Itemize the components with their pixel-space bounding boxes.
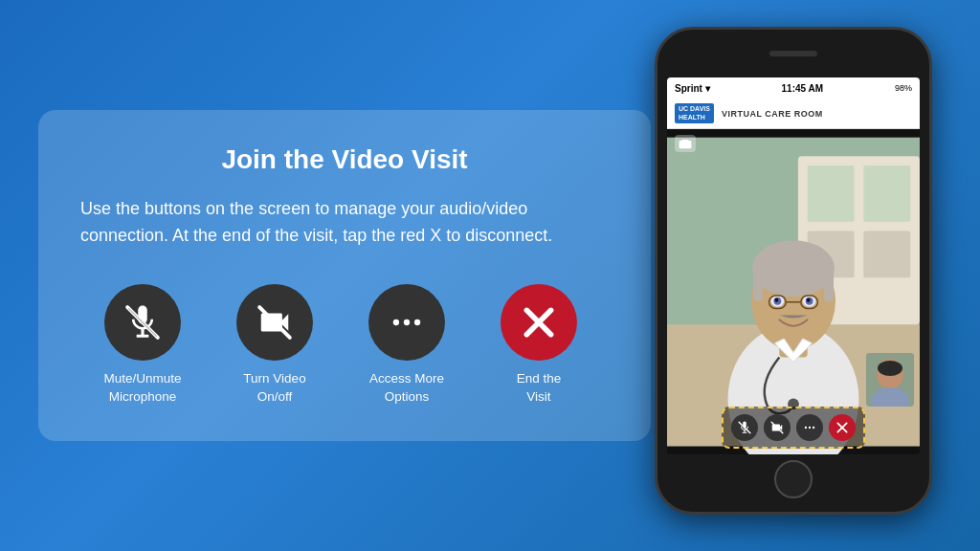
carrier-text: Sprint ▾: [675, 83, 710, 94]
svg-rect-14: [863, 231, 910, 277]
phone-more-button[interactable]: [796, 414, 823, 441]
self-view-thumbnail: [866, 353, 914, 407]
video-button-item[interactable]: Turn VideoOn/off: [222, 284, 327, 407]
phone-home-button[interactable]: [774, 460, 813, 498]
uc-davis-logo: UC DAVIS HEALTH: [675, 103, 714, 123]
more-button[interactable]: [368, 284, 445, 361]
phone-mockup: Sprint ▾ 11:45 AM 98% UC DAVIS HEALTH VI…: [655, 27, 942, 524]
svg-point-39: [813, 427, 814, 429]
mic-slash-icon: [124, 304, 161, 341]
phone-speaker: [769, 51, 817, 56]
mute-label: Mute/UnmuteMicrophone: [103, 370, 181, 407]
phone-video-icon: [770, 421, 784, 434]
svg-rect-11: [808, 165, 855, 222]
video-content: [667, 129, 920, 454]
svg-point-18: [752, 240, 835, 297]
logo-line2: HEALTH: [679, 114, 710, 121]
svg-point-4: [404, 320, 410, 325]
svg-point-37: [805, 427, 807, 429]
battery-text: 98%: [895, 83, 912, 93]
svg-rect-19: [753, 269, 763, 301]
mute-button-item[interactable]: Mute/UnmuteMicrophone: [90, 284, 195, 407]
phone-mute-button[interactable]: [731, 414, 758, 441]
info-card: Join the Video Visit Use the buttons on …: [38, 110, 651, 441]
end-visit-button[interactable]: [501, 284, 577, 361]
phone-controls: [722, 407, 865, 449]
phone-x-icon: [835, 421, 849, 434]
video-label: Turn VideoOn/off: [243, 370, 305, 407]
svg-point-34: [878, 361, 902, 376]
x-close-icon: [521, 304, 557, 341]
phone-body: Sprint ▾ 11:45 AM 98% UC DAVIS HEALTH VI…: [655, 27, 932, 515]
phone-mic-slash-icon: [738, 421, 751, 434]
more-button-item[interactable]: Access MoreOptions: [354, 284, 459, 407]
phone-screen: Sprint ▾ 11:45 AM 98% UC DAVIS HEALTH VI…: [667, 77, 920, 454]
virtual-care-label: VIRTUAL CARE ROOM: [722, 109, 823, 119]
svg-rect-12: [863, 165, 910, 222]
more-label: Access MoreOptions: [369, 370, 444, 407]
svg-point-26: [807, 298, 811, 302]
video-button[interactable]: [236, 284, 313, 361]
camera-icon-overlay: [675, 135, 696, 152]
app-header: UC DAVIS HEALTH VIRTUAL CARE ROOM: [667, 99, 920, 129]
phone-dots-icon: [803, 421, 816, 434]
description-text: Use the buttons on the screen to manage …: [80, 196, 609, 250]
svg-point-38: [809, 427, 811, 429]
svg-point-5: [414, 320, 420, 325]
controls-row: Mute/UnmuteMicrophone Turn VideoOn/off: [80, 284, 609, 407]
page-title: Join the Video Visit: [80, 144, 609, 175]
status-bar: Sprint ▾ 11:45 AM 98%: [667, 77, 920, 99]
self-view-image: [866, 353, 914, 407]
phone-end-button[interactable]: [829, 414, 856, 441]
end-label: End theVisit: [517, 370, 562, 407]
time-text: 11:45 AM: [782, 83, 824, 94]
svg-point-3: [393, 320, 399, 325]
phone-video-button[interactable]: [764, 414, 791, 441]
video-slash-icon: [256, 304, 293, 341]
logo-line1: UC DAVIS: [679, 105, 710, 113]
camera-icon: [679, 137, 692, 150]
dots-icon: [389, 304, 425, 341]
end-button-item[interactable]: End theVisit: [486, 284, 591, 407]
svg-point-25: [774, 298, 778, 302]
mute-button[interactable]: [104, 284, 181, 361]
svg-rect-20: [824, 269, 834, 301]
